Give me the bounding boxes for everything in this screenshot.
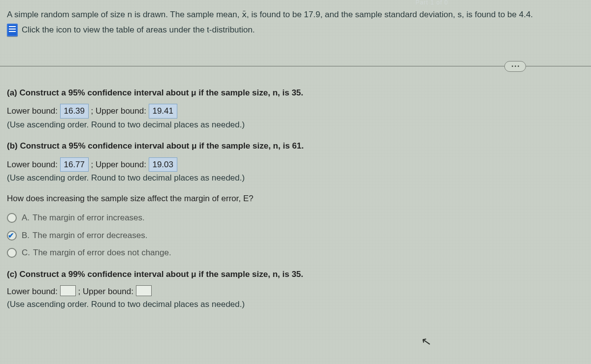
- option-b[interactable]: B.The margin of error decreases.: [7, 229, 581, 242]
- part-c-lower-input[interactable]: [60, 285, 76, 296]
- t-table-link-text: Click the icon to view the table of area…: [22, 25, 255, 35]
- problem-intro: A simple random sample of size n is draw…: [7, 9, 581, 21]
- option-text: The margin of error decreases.: [33, 231, 147, 240]
- part-c-upper-input[interactable]: [136, 285, 152, 296]
- lower-bound-label: Lower bound:: [7, 160, 58, 169]
- option-letter: C.: [22, 248, 30, 257]
- option-text: The margin of error does not change.: [33, 248, 171, 257]
- margin-question: How does increasing the sample size affe…: [7, 192, 581, 205]
- upper-bound-label: Upper bound:: [96, 106, 146, 116]
- part-a-upper-input[interactable]: 19.41: [149, 104, 177, 119]
- radio-c[interactable]: [7, 248, 17, 258]
- part-a-bounds: Lower bound: 16.39 ; Upper bound: 19.41: [7, 104, 581, 119]
- margin-options: A.The margin of error increases. B.The m…: [7, 212, 581, 259]
- page-indicator-fragment: Part 1 of 0: [416, 0, 448, 6]
- content-area: (a) Construct a 95% confidence interval …: [7, 87, 581, 311]
- part-b-bounds: Lower bound: 16.77 ; Upper bound: 19.03: [7, 157, 581, 172]
- section-divider: [7, 61, 581, 73]
- question-page: A simple random sample of size n is draw…: [0, 0, 591, 310]
- part-c-bounds: Lower bound: ; Upper bound:: [7, 285, 581, 298]
- part-b-title: (b) Construct a 95% confidence interval …: [7, 140, 581, 152]
- lower-bound-label: Lower bound:: [7, 106, 58, 116]
- upper-bound-label: Upper bound:: [96, 160, 146, 169]
- lower-bound-label: Lower bound:: [7, 287, 58, 296]
- t-table-link-row[interactable]: Click the icon to view the table of area…: [7, 24, 581, 36]
- part-b-note: (Use ascending order. Round to two decim…: [7, 172, 581, 184]
- radio-a[interactable]: [7, 213, 17, 223]
- mouse-cursor-icon: ↖: [420, 334, 432, 349]
- part-a-title: (a) Construct a 95% confidence interval …: [7, 87, 581, 99]
- radio-b[interactable]: [7, 231, 17, 241]
- document-icon: [7, 24, 18, 36]
- part-a-note: (Use ascending order. Round to two decim…: [7, 119, 581, 131]
- option-letter: A.: [22, 213, 30, 222]
- part-a-lower-input[interactable]: 16.39: [60, 104, 89, 119]
- option-letter: B.: [22, 231, 30, 240]
- part-c-title: (c) Construct a 99% confidence interval …: [7, 268, 581, 281]
- option-a[interactable]: A.The margin of error increases.: [7, 212, 581, 224]
- part-b-lower-input[interactable]: 16.77: [60, 157, 89, 172]
- more-dots-button[interactable]: [504, 61, 526, 72]
- upper-bound-label: Upper bound:: [83, 287, 133, 296]
- part-b-upper-input[interactable]: 19.03: [149, 157, 177, 172]
- option-text: The margin of error increases.: [33, 213, 145, 222]
- option-c[interactable]: C.The margin of error does not change.: [7, 246, 581, 259]
- part-c-note: (Use ascending order. Round to two decim…: [7, 298, 581, 311]
